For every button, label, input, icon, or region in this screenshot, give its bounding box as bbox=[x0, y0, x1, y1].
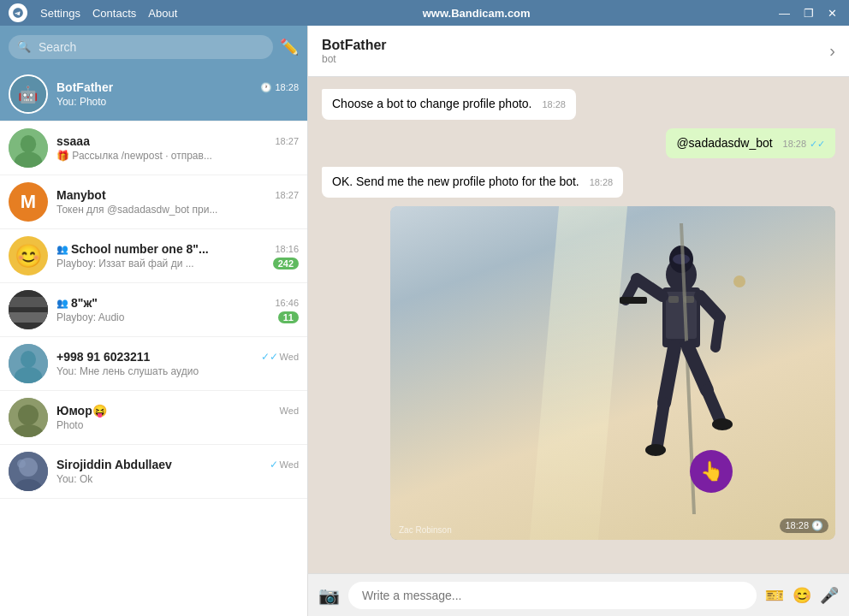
chat-title: BotFather bbox=[322, 38, 387, 53]
chat-name-school: 👥School number one 8"... bbox=[56, 242, 209, 256]
svg-point-3 bbox=[21, 135, 36, 153]
search-bar: 🔍 ✏️ bbox=[0, 26, 307, 68]
scroll-down-button[interactable]: 👆 bbox=[690, 450, 733, 493]
chat-time-8j: 16:46 bbox=[275, 298, 299, 308]
avatar-humor bbox=[9, 398, 48, 437]
chat-info-8j: 👥8"ж" 16:46 Playboy: Audio 11 bbox=[56, 296, 299, 323]
avatar-ssaaa bbox=[9, 128, 48, 168]
svg-rect-36 bbox=[620, 297, 647, 304]
chat-name-sirojiddin: Sirojiddin Abdullaev bbox=[56, 458, 172, 471]
close-button[interactable]: ✕ bbox=[824, 7, 840, 20]
avatar-school: 😊 bbox=[9, 236, 48, 275]
nav-contacts[interactable]: Contacts bbox=[92, 7, 136, 20]
svg-line-33 bbox=[707, 390, 720, 420]
chat-time-humor: Wed bbox=[280, 406, 299, 416]
svg-point-37 bbox=[733, 275, 745, 287]
mic-icon[interactable]: 🎤 bbox=[820, 586, 839, 605]
message-1: Choose a bot to change profile photo. 18… bbox=[322, 89, 576, 120]
badge-8j: 11 bbox=[278, 311, 299, 323]
chat-time-botfather: 🕐 18:28 bbox=[260, 82, 299, 93]
message-3: OK. Send me the new profile photo for th… bbox=[322, 167, 623, 198]
main-layout: 🔍 ✏️ 🤖 BotFather 🕐 18:28 You: Photo bbox=[0, 26, 849, 616]
search-area: 🔍 bbox=[9, 35, 273, 59]
chat-preview-sirojiddin: You: Ok bbox=[56, 473, 299, 485]
chat-info-school: 👥School number one 8"... 18:16 Playboy: … bbox=[56, 242, 299, 270]
chat-preview-humor: Photo bbox=[56, 419, 299, 431]
svg-rect-5 bbox=[9, 290, 48, 329]
svg-point-34 bbox=[645, 444, 666, 456]
nav-about[interactable]: About bbox=[148, 7, 177, 20]
svg-line-28 bbox=[715, 317, 720, 347]
chat-time-phone: ✓✓ Wed bbox=[261, 351, 299, 363]
chat-item-botfather[interactable]: 🤖 BotFather 🕐 18:28 You: Photo bbox=[0, 68, 307, 121]
image-content: Zac Robinson bbox=[390, 206, 835, 540]
avatar-botfather: 🤖 bbox=[9, 74, 48, 114]
clock-icon: 🕐 bbox=[811, 520, 823, 531]
avatar-manybot: M bbox=[9, 182, 48, 222]
chat-header-info: BotFather bot bbox=[322, 38, 387, 65]
badge-school: 242 bbox=[273, 258, 299, 270]
chat-item-school[interactable]: 😊 👥School number one 8"... 18:16 Playboy… bbox=[0, 229, 307, 283]
chat-item-phone[interactable]: +998 91 6023211 ✓✓ Wed You: Мне лень слу… bbox=[0, 337, 307, 391]
chat-info-phone: +998 91 6023211 ✓✓ Wed You: Мне лень слу… bbox=[56, 350, 299, 377]
chat-time-ssaaa: 18:27 bbox=[275, 136, 299, 146]
nav-settings[interactable]: Settings bbox=[40, 7, 80, 20]
svg-point-9 bbox=[21, 351, 36, 368]
chat-preview-botfather: You: Photo bbox=[56, 96, 299, 108]
sidebar: 🔍 ✏️ 🤖 BotFather 🕐 18:28 You: Photo bbox=[0, 26, 308, 616]
svg-line-30 bbox=[664, 347, 674, 403]
search-input[interactable] bbox=[9, 35, 273, 59]
compose-button[interactable]: ✏️ bbox=[280, 38, 299, 56]
message-input[interactable] bbox=[348, 582, 757, 609]
chat-time-school: 18:16 bbox=[275, 244, 299, 254]
chat-item-humor[interactable]: Юмор😝 Wed Photo bbox=[0, 391, 307, 445]
chat-panel: BotFather bot › Choose a bot to change p… bbox=[308, 26, 849, 616]
top-bar: Settings Contacts About www.Bandicam.com… bbox=[0, 0, 849, 26]
svg-line-32 bbox=[688, 347, 707, 390]
top-bar-left: Settings Contacts About bbox=[9, 3, 177, 22]
image-timestamp: 18:28 🕐 bbox=[780, 518, 828, 533]
chat-list: 🤖 BotFather 🕐 18:28 You: Photo s bbox=[0, 68, 307, 616]
top-bar-nav: Settings Contacts About bbox=[40, 7, 177, 20]
message-time-2: 18:28 bbox=[783, 139, 807, 149]
message-time-3: 18:28 bbox=[590, 177, 614, 187]
chat-header: BotFather bot › bbox=[308, 26, 849, 77]
search-icon: 🔍 bbox=[17, 40, 31, 53]
chat-status: bot bbox=[322, 53, 387, 65]
sticker-icon[interactable]: 🎫 bbox=[765, 586, 784, 605]
image-caption: Zac Robinson bbox=[399, 525, 452, 535]
chat-time-sirojiddin: ✓ Wed bbox=[270, 459, 299, 471]
message-text-2: @sadadasdw_bot bbox=[676, 136, 772, 150]
emoji-icon[interactable]: 😊 bbox=[793, 586, 811, 605]
message-image-4: Zac Robinson 18:28 🕐 👆 bbox=[390, 206, 835, 540]
chat-item-sirojiddin[interactable]: Sirojiddin Abdullaev ✓ Wed You: Ok bbox=[0, 445, 307, 499]
svg-text:🤖: 🤖 bbox=[18, 85, 39, 104]
chat-preview-manybot: Токен для @sadadasdw_bot при... bbox=[56, 204, 299, 216]
messages-area: Choose a bot to change profile photo. 18… bbox=[308, 77, 849, 573]
message-time-1: 18:28 bbox=[542, 99, 566, 110]
message-text-1: Choose a bot to change profile photo. bbox=[332, 97, 532, 110]
telegram-logo bbox=[9, 3, 27, 22]
svg-line-31 bbox=[657, 403, 664, 446]
chat-name-humor: Юмор😝 bbox=[56, 404, 107, 418]
avatar-sirojiddin bbox=[9, 452, 48, 491]
message-text-3: OK. Send me the new profile photo for th… bbox=[332, 175, 579, 188]
chat-info-manybot: Manybot 18:27 Токен для @sadadasdw_bot п… bbox=[56, 188, 299, 216]
chat-item-8j[interactable]: 👥8"ж" 16:46 Playboy: Audio 11 bbox=[0, 283, 307, 337]
chat-preview-phone: You: Мне лень слушать аудио bbox=[56, 365, 299, 377]
chat-header-actions[interactable]: › bbox=[829, 41, 835, 61]
chat-name-8j: 👥8"ж" bbox=[56, 296, 98, 310]
chat-name-phone: +998 91 6023211 bbox=[56, 350, 150, 364]
avatar-8j bbox=[9, 290, 48, 329]
chat-name-botfather: BotFather bbox=[56, 80, 113, 94]
chat-info-ssaaa: ssaaa 18:27 🎁 Рассылка /newpost · отправ… bbox=[56, 134, 299, 162]
chat-item-ssaaa[interactable]: ssaaa 18:27 🎁 Рассылка /newpost · отправ… bbox=[0, 121, 307, 175]
message-2: @sadadasdw_bot 18:28 ✓✓ bbox=[666, 128, 835, 159]
camera-icon[interactable]: 📷 bbox=[318, 585, 340, 606]
chat-name-ssaaa: ssaaa bbox=[56, 134, 90, 148]
minimize-button[interactable]: — bbox=[775, 7, 793, 20]
maximize-button[interactable]: ❐ bbox=[800, 7, 817, 20]
chat-info-humor: Юмор😝 Wed Photo bbox=[56, 404, 299, 431]
chat-item-manybot[interactable]: M Manybot 18:27 Токен для @sadadasdw_bot… bbox=[0, 175, 307, 229]
chat-preview-school: Playboy: Иззат вай фай ди ... 242 bbox=[56, 258, 299, 270]
